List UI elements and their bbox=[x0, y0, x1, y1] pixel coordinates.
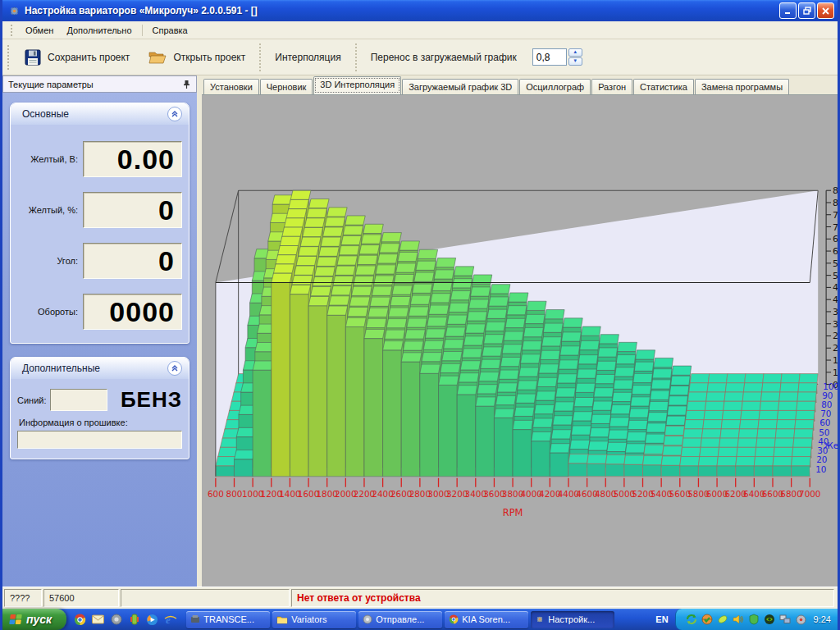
network-icon[interactable] bbox=[779, 614, 792, 626]
taskbar-button-variators[interactable]: Variators bbox=[272, 611, 356, 628]
taskbar-button-otpravlennye[interactable]: Отправле... bbox=[358, 611, 442, 628]
taskbar: пуск e TRANSCE... bbox=[2, 609, 838, 630]
sync-arrows-icon[interactable] bbox=[686, 614, 698, 626]
gear-icon bbox=[535, 614, 545, 624]
volume-icon[interactable] bbox=[733, 614, 745, 626]
group-main-title: Основные bbox=[22, 108, 167, 120]
task-buttons: TRANSCE... Variators Отправле... KIA Sor… bbox=[184, 611, 649, 628]
app-gray-icon[interactable] bbox=[109, 613, 123, 627]
taskbar-button-transce[interactable]: TRANSCE... bbox=[186, 611, 270, 628]
task-label: Настройк... bbox=[548, 614, 595, 624]
chrome-icon[interactable] bbox=[73, 613, 87, 627]
tab-oscillograph[interactable]: Осциллограф bbox=[519, 79, 591, 94]
yellow-volts-value: 0.00 bbox=[83, 141, 182, 177]
menu-exchange[interactable]: Обмен bbox=[19, 23, 60, 38]
svg-text:5: 5 bbox=[833, 271, 838, 281]
close-button[interactable] bbox=[817, 2, 834, 19]
start-button[interactable]: пуск bbox=[2, 609, 66, 630]
collapse-button[interactable] bbox=[167, 107, 182, 121]
disc-icon[interactable] bbox=[795, 614, 807, 626]
interpolation-button[interactable]: Интерполяция bbox=[266, 46, 349, 69]
quick-launch: e bbox=[66, 613, 184, 627]
taskbar-button-kia-sorento[interactable]: KIA Soren... bbox=[445, 611, 528, 628]
chevron-up-icon bbox=[171, 364, 179, 372]
status-empty bbox=[121, 589, 290, 607]
tab-statistics[interactable]: Статистика bbox=[633, 79, 694, 94]
svg-text:7: 7 bbox=[833, 221, 838, 232]
firmware-info-label: Информация о прошивке: bbox=[19, 418, 182, 427]
task-label: KIA Soren... bbox=[462, 614, 510, 624]
svg-text:800: 800 bbox=[226, 489, 243, 499]
svg-text:7000: 7000 bbox=[799, 489, 820, 499]
spin-up-button[interactable]: ▲ bbox=[568, 48, 582, 57]
field-rpm: Обороты: 0000 bbox=[17, 294, 182, 330]
chevron-up-icon bbox=[171, 110, 179, 118]
chart-3d-page: 8877665544332211060080010001200140016001… bbox=[202, 94, 838, 587]
transfer-coefficient-input[interactable]: 0,8 bbox=[532, 48, 567, 66]
field-angle: Угол: 0 bbox=[17, 243, 182, 279]
svg-text:8: 8 bbox=[833, 185, 838, 196]
menu-additional[interactable]: Дополнительно bbox=[60, 23, 138, 38]
group-additional-header: Дополнительные bbox=[11, 358, 189, 379]
task-label: Variators bbox=[291, 614, 326, 624]
tab-chernovik[interactable]: Черновик bbox=[260, 79, 313, 94]
language-indicator[interactable]: EN bbox=[649, 614, 674, 624]
antivirus-globe-icon[interactable] bbox=[701, 614, 714, 626]
tab-loadable-graph-3d[interactable]: Загружаемый график 3D bbox=[402, 79, 518, 94]
open-project-label: Открыть проект bbox=[173, 52, 245, 63]
shield-icon[interactable] bbox=[748, 614, 760, 626]
group-additional-title: Дополнительные bbox=[22, 363, 167, 374]
tab-ustanovki[interactable]: Установки bbox=[203, 79, 259, 94]
svg-text:2: 2 bbox=[833, 331, 838, 341]
surface-3d-chart[interactable]: 8877665544332211060080010001200140016001… bbox=[202, 95, 838, 587]
mail-icon[interactable] bbox=[91, 613, 105, 627]
toolbar: Сохранить проект Открыть проект Интерпол… bbox=[2, 39, 838, 75]
toolbar-grip bbox=[7, 45, 10, 70]
system-tray: 9:24 bbox=[675, 609, 838, 630]
tab-razgon[interactable]: Разгон bbox=[591, 79, 632, 94]
group-main: Основные Желтый, В: 0.00 bbox=[10, 103, 189, 344]
status-message-panel: Нет ответа от устройства bbox=[291, 589, 834, 607]
task-label: TRANSCE... bbox=[203, 614, 254, 624]
gpu-eye-icon[interactable] bbox=[764, 614, 776, 626]
svg-text:3: 3 bbox=[833, 319, 838, 330]
spin-down-button[interactable]: ▼ bbox=[568, 57, 582, 66]
open-project-button[interactable]: Открыть проект bbox=[139, 43, 254, 71]
folder-icon bbox=[276, 615, 288, 624]
taskbar-button-nastroyka[interactable]: Настройк... bbox=[531, 611, 614, 628]
save-project-button[interactable]: Сохранить проект bbox=[15, 43, 139, 72]
field-yellow-percent: Желтый, %: 0 bbox=[17, 192, 182, 228]
open-folder-icon bbox=[148, 49, 167, 66]
svg-text:e: e bbox=[166, 614, 171, 626]
svg-text:1: 1 bbox=[833, 368, 838, 378]
collapse-button[interactable] bbox=[167, 361, 182, 376]
interpolation-label: Интерполяция bbox=[275, 52, 340, 63]
chrome-icon bbox=[449, 614, 459, 624]
app-window: Настройка вариаторов «Микролуч» 2.0.0.59… bbox=[0, 0, 840, 630]
svg-text:4: 4 bbox=[833, 294, 838, 305]
windows-flag-icon bbox=[8, 614, 23, 625]
toolbar-separator bbox=[259, 43, 261, 71]
status-port: ???? bbox=[4, 589, 42, 607]
internet-explorer-icon[interactable]: e bbox=[163, 613, 177, 627]
pin-icon[interactable] bbox=[182, 80, 191, 89]
blue-value-field bbox=[50, 389, 107, 411]
minimize-button[interactable] bbox=[779, 2, 797, 19]
field-label: Желтый, В: bbox=[17, 154, 83, 164]
media-player-icon[interactable] bbox=[145, 613, 159, 627]
svg-text:4: 4 bbox=[833, 282, 838, 293]
svg-text:RPM: RPM bbox=[503, 507, 523, 518]
transfer-button[interactable]: Перенос в загружаемый график bbox=[362, 46, 526, 69]
panel-title: Текущие параметры bbox=[8, 80, 182, 89]
restore-button[interactable] bbox=[798, 2, 815, 19]
qip-icon[interactable] bbox=[127, 613, 141, 627]
status-message: Нет ответа от устройства bbox=[297, 592, 421, 604]
menu-help[interactable]: Справка bbox=[146, 23, 194, 38]
svg-text:7: 7 bbox=[833, 210, 838, 221]
svg-text:6: 6 bbox=[833, 246, 838, 257]
panel-header: Текущие параметры bbox=[2, 75, 197, 93]
leaf-icon[interactable] bbox=[717, 614, 729, 626]
field-yellow-volts: Желтый, В: 0.00 bbox=[17, 141, 182, 177]
tab-replace-program[interactable]: Замена программы bbox=[695, 79, 789, 94]
tab-3d-interpolation[interactable]: 3D Интерполяция bbox=[313, 76, 401, 94]
